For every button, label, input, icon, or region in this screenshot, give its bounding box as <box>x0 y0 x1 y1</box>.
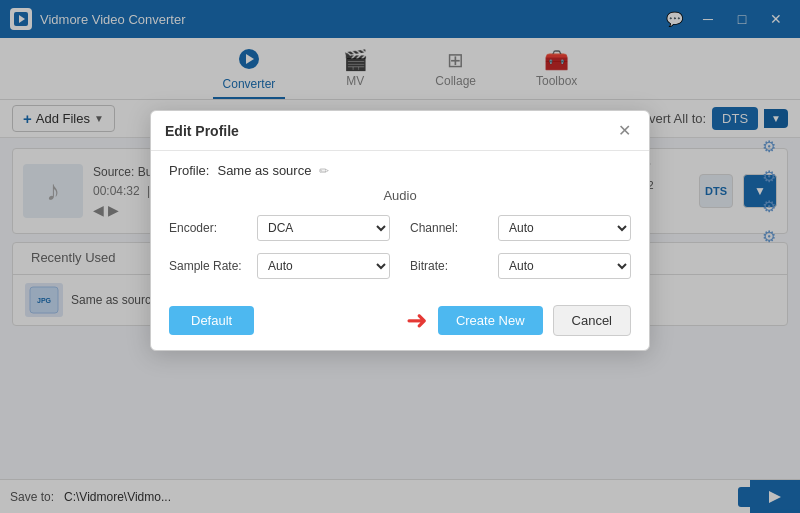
modal-footer: Default ➜ Create New Cancel <box>151 295 649 350</box>
modal-body: Profile: Same as source ✏ Audio Encoder:… <box>151 151 649 295</box>
sample-rate-label: Sample Rate: <box>169 259 249 273</box>
cancel-button[interactable]: Cancel <box>553 305 631 336</box>
channel-label: Channel: <box>410 221 490 235</box>
modal-overlay: Edit Profile ✕ Profile: Same as source ✏… <box>0 0 800 513</box>
channel-select-modal[interactable]: Auto <box>498 215 631 241</box>
edit-profile-modal: Edit Profile ✕ Profile: Same as source ✏… <box>150 110 650 351</box>
modal-header: Edit Profile ✕ <box>151 111 649 151</box>
bitrate-select[interactable]: Auto <box>498 253 631 279</box>
modal-footer-right: ➜ Create New Cancel <box>406 305 631 336</box>
bitrate-label: Bitrate: <box>410 259 490 273</box>
channel-row: Channel: Auto <box>410 215 631 241</box>
encoder-row: Encoder: DCA <box>169 215 390 241</box>
modal-profile-row: Profile: Same as source ✏ <box>169 163 631 178</box>
encoder-label: Encoder: <box>169 221 249 235</box>
profile-value: Same as source <box>217 163 311 178</box>
modal-close-button[interactable]: ✕ <box>614 121 635 140</box>
red-arrow-icon: ➜ <box>406 305 428 336</box>
create-new-button[interactable]: Create New <box>438 306 543 335</box>
bitrate-row: Bitrate: Auto <box>410 253 631 279</box>
profile-edit-icon[interactable]: ✏ <box>319 164 329 178</box>
modal-title: Edit Profile <box>165 123 239 139</box>
default-button[interactable]: Default <box>169 306 254 335</box>
modal-section-title: Audio <box>169 188 631 203</box>
sample-rate-select[interactable]: Auto <box>257 253 390 279</box>
encoder-select[interactable]: DCA <box>257 215 390 241</box>
modal-form-grid: Encoder: DCA Channel: Auto Sample Rate: … <box>169 215 631 279</box>
sample-rate-row: Sample Rate: Auto <box>169 253 390 279</box>
profile-label: Profile: <box>169 163 209 178</box>
